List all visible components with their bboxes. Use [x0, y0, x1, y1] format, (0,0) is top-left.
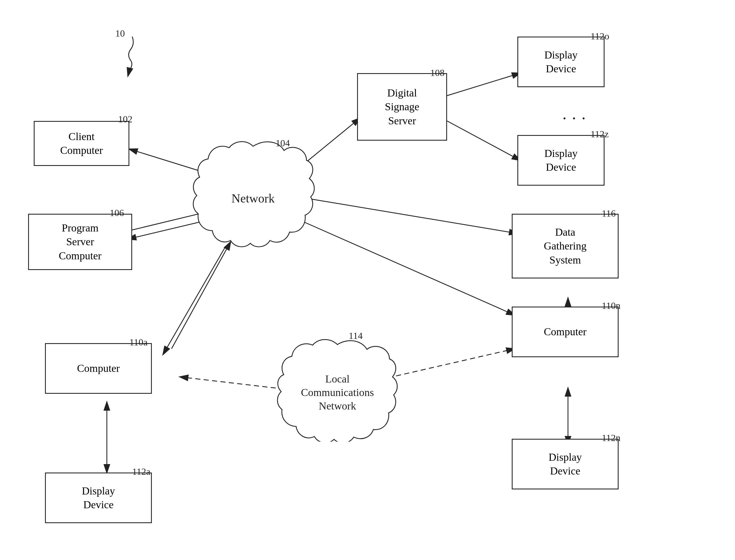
display-device-n-label: DisplayDevice: [548, 450, 582, 478]
svg-text:Network: Network: [319, 400, 356, 412]
program-server-label: ProgramServerComputer: [59, 221, 102, 263]
svg-text:Communications: Communications: [301, 386, 374, 398]
display-device-n-box: DisplayDevice: [512, 439, 619, 489]
ref-102: 102: [118, 114, 132, 125]
display-device-o-label: DisplayDevice: [544, 48, 577, 76]
display-device-z-box: DisplayDevice: [517, 135, 604, 186]
svg-text:Network: Network: [232, 192, 275, 205]
display-device-a-box: DisplayDevice: [45, 473, 152, 523]
svg-line-13: [298, 219, 514, 315]
data-gathering-box: DataGatheringSystem: [512, 214, 619, 278]
ref-112n: 112n: [602, 433, 621, 443]
display-device-a-label: DisplayDevice: [82, 484, 115, 512]
computer-110n-box: Computer: [512, 307, 619, 357]
client-computer-label: ClientComputer: [60, 130, 103, 158]
digital-signage-label: DigitalSignageServer: [385, 86, 419, 128]
computer-110a-label: Computer: [77, 361, 120, 375]
ref-104: 104: [276, 138, 290, 149]
ref-112z: 112z: [590, 129, 609, 140]
network-cloud: Network: [191, 135, 315, 264]
svg-line-4: [128, 70, 129, 76]
dots-between-displays: . . .: [562, 104, 586, 123]
ref-110n: 110n: [602, 300, 621, 311]
program-server-box: ProgramServerComputer: [28, 214, 132, 270]
ref-106: 106: [110, 208, 124, 218]
svg-line-9: [447, 73, 520, 96]
ref-114: 114: [349, 330, 363, 341]
ref-108: 108: [430, 68, 444, 78]
svg-line-19: [379, 349, 514, 380]
ref-110a: 110a: [129, 337, 148, 348]
display-device-o-box: DisplayDevice: [517, 37, 604, 87]
display-device-z-label: DisplayDevice: [544, 147, 577, 174]
svg-line-11: [298, 197, 517, 233]
ref-116: 116: [602, 208, 616, 219]
computer-110a-box: Computer: [45, 343, 152, 394]
client-computer-box: ClientComputer: [34, 121, 129, 166]
svg-line-10: [447, 121, 520, 160]
ref-112a: 112a: [132, 466, 150, 477]
ref-10: 10: [115, 28, 125, 39]
computer-110n-label: Computer: [544, 325, 586, 339]
local-comm-network-cloud: Local Communications Network: [276, 335, 399, 442]
data-gathering-label: DataGatheringSystem: [544, 225, 586, 267]
digital-signage-box: DigitalSignageServer: [357, 73, 447, 141]
svg-text:Local: Local: [325, 373, 350, 385]
ref-112o: 112o: [590, 31, 609, 42]
